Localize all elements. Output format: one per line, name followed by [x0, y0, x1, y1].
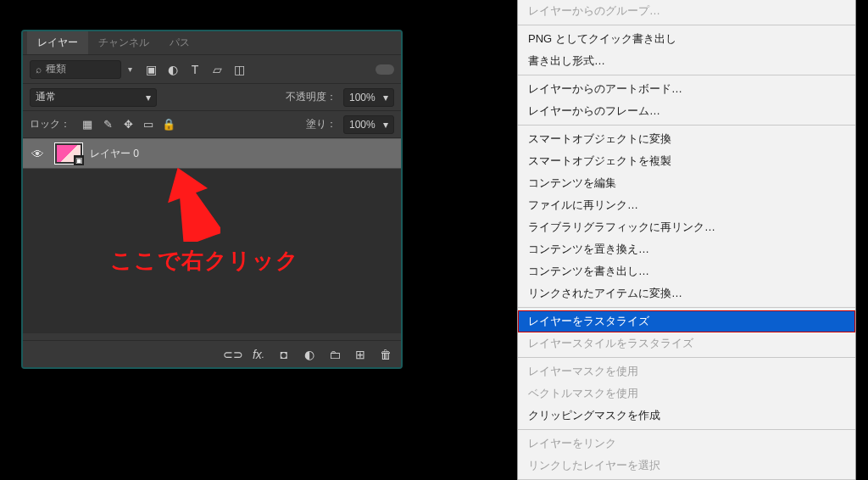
menu-divider: [518, 75, 855, 75]
menu-item[interactable]: 書き出し形式…: [518, 50, 855, 72]
menu-item[interactable]: コンテンツを編集: [518, 172, 855, 194]
filter-type-icons: ▣ ◐ T ▱ ◫: [144, 63, 246, 76]
chevron-down-icon[interactable]: ▾: [128, 64, 132, 74]
visibility-eye-icon[interactable]: 👁: [28, 147, 47, 161]
lock-transparency-icon[interactable]: ▦: [81, 118, 94, 131]
menu-item[interactable]: ライブラリグラフィックに再リンク…: [518, 216, 855, 238]
menu-item: レイヤーマスクを使用: [518, 360, 855, 382]
menu-item[interactable]: リンクされたアイテムに変換…: [518, 282, 855, 304]
menu-divider: [518, 125, 855, 126]
menu-item: レイヤースタイルをラスタライズ: [518, 332, 855, 354]
menu-item[interactable]: レイヤーからのフレーム…: [518, 100, 855, 122]
lock-all-icon[interactable]: 🔒: [162, 118, 175, 131]
menu-item: レイヤーをリンク: [518, 433, 855, 455]
layer-name[interactable]: レイヤー 0: [90, 147, 139, 161]
delete-layer-icon[interactable]: 🗑: [379, 348, 392, 361]
layer-effects-icon[interactable]: fx.: [252, 348, 265, 361]
shape-layer-icon[interactable]: ▱: [210, 63, 224, 76]
layer-filter-dropdown[interactable]: ⌕ 種類: [30, 60, 121, 79]
opacity-label: 不透明度：: [286, 90, 337, 104]
panel-footer: ⊂⊃ fx. ◘ ◐ 🗀 ⊞ 🗑: [23, 340, 401, 367]
menu-item[interactable]: コンテンツを書き出し…: [518, 260, 855, 282]
menu-item[interactable]: ファイルに再リンク…: [518, 194, 855, 216]
blend-mode-row: 通常 ▾ 不透明度： 100% ▾: [23, 84, 401, 111]
filter-row: ⌕ 種類 ▾ ▣ ◐ T ▱ ◫: [23, 55, 401, 84]
pixel-layer-icon[interactable]: ▣: [144, 63, 158, 76]
menu-item-rasterize-layer[interactable]: レイヤーをラスタライズ: [518, 310, 855, 332]
link-layers-icon[interactable]: ⊂⊃: [226, 348, 240, 361]
filter-toggle-icon[interactable]: [376, 64, 394, 75]
type-layer-icon[interactable]: T: [188, 63, 202, 76]
menu-divider: [518, 357, 855, 358]
lock-artboard-icon[interactable]: ▭: [142, 118, 155, 131]
lock-position-icon[interactable]: ✥: [121, 118, 135, 131]
lock-icons: ▦ ✎ ✥ ▭ 🔒: [81, 118, 175, 131]
layer-context-menu: レイヤーからのグループ…PNG としてクイック書き出し書き出し形式…レイヤーから…: [517, 0, 856, 480]
opacity-value: 100%: [349, 92, 376, 103]
menu-divider: [518, 429, 855, 430]
smart-object-icon[interactable]: ◫: [232, 63, 246, 76]
panel-tabs: レイヤー チャンネル パス: [23, 31, 401, 55]
chevron-down-icon: ▾: [383, 92, 388, 103]
opacity-dropdown[interactable]: 100% ▾: [343, 88, 394, 107]
menu-item: ベクトルマスクを使用: [518, 382, 855, 405]
fill-label: 塗り：: [306, 117, 337, 131]
menu-item[interactable]: スマートオブジェクトを複製: [518, 150, 855, 172]
menu-item: レイヤーからのグループ…: [518, 0, 855, 22]
filter-type-label: 種類: [46, 62, 66, 76]
layer-thumbnail[interactable]: ▣: [54, 142, 83, 165]
fill-dropdown[interactable]: 100% ▾: [343, 115, 394, 134]
fill-value: 100%: [349, 119, 376, 131]
layer-list: 👁 ▣ レイヤー 0: [23, 138, 401, 333]
new-adjustment-icon[interactable]: ◐: [303, 348, 316, 361]
lock-row: ロック： ▦ ✎ ✥ ▭ 🔒 塗り： 100% ▾: [23, 111, 401, 138]
menu-item[interactable]: レイヤーからのアートボード…: [518, 78, 855, 100]
menu-divider: [518, 307, 855, 308]
tab-layers[interactable]: レイヤー: [27, 31, 88, 54]
menu-item[interactable]: クリッピングマスクを作成: [518, 405, 855, 427]
lock-label: ロック：: [30, 117, 70, 131]
search-icon: ⌕: [36, 64, 42, 75]
menu-item[interactable]: PNG としてクイック書き出し: [518, 28, 855, 50]
add-mask-icon[interactable]: ◘: [277, 348, 291, 361]
new-layer-icon[interactable]: ⊞: [353, 348, 367, 361]
new-group-icon[interactable]: 🗀: [328, 348, 342, 361]
smart-object-badge-icon: ▣: [74, 155, 84, 165]
menu-item[interactable]: スマートオブジェクトに変換: [518, 128, 855, 150]
adjustment-layer-icon[interactable]: ◐: [166, 63, 180, 76]
menu-item: リンクしたレイヤーを選択: [518, 455, 855, 477]
annotation-text: ここで右クリック: [110, 246, 299, 276]
chevron-down-icon: ▾: [383, 119, 388, 131]
menu-item[interactable]: コンテンツを置き換え…: [518, 238, 855, 260]
lock-image-icon[interactable]: ✎: [101, 118, 114, 131]
menu-divider: [518, 25, 855, 25]
tab-paths[interactable]: パス: [159, 31, 200, 54]
blend-mode-dropdown[interactable]: 通常 ▾: [30, 88, 157, 107]
layers-panel: レイヤー チャンネル パス ⌕ 種類 ▾ ▣ ◐ T ▱ ◫ 通常 ▾ 不透明度…: [21, 30, 403, 369]
tab-channels[interactable]: チャンネル: [88, 31, 159, 54]
layer-row[interactable]: 👁 ▣ レイヤー 0: [23, 138, 401, 169]
chevron-down-icon: ▾: [146, 92, 151, 103]
blend-mode-value: 通常: [36, 90, 56, 104]
